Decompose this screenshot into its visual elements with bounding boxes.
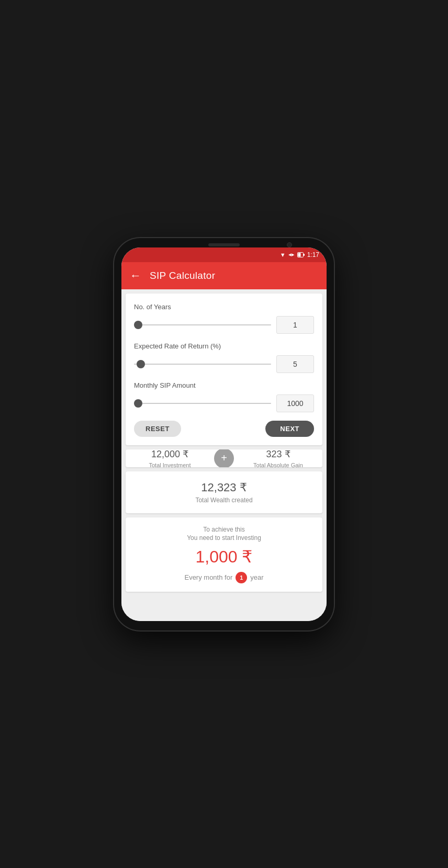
sip-slider-track [134, 403, 271, 404]
calculator-card: No. of Years 1 Expected Rate of Return (… [126, 294, 322, 445]
screen-content: No. of Years 1 Expected Rate of Return (… [121, 289, 327, 621]
time-display: 1:17 [307, 251, 319, 258]
invest-hint1: To achieve this [203, 526, 244, 533]
year-badge: 1 [236, 572, 247, 583]
plus-icon: + [214, 449, 234, 467]
total-gain-value: 323 ₹ [266, 449, 290, 460]
reset-button[interactable]: RESET [134, 421, 181, 437]
battery-icon [297, 252, 305, 257]
invest-amount: 1,000 ₹ [196, 547, 253, 567]
sip-slider-wrap [134, 398, 271, 409]
phone-camera [287, 242, 292, 247]
every-month-prefix: Every month for [184, 573, 232, 581]
label-years: No. of Years [134, 303, 314, 311]
next-button[interactable]: NEXT [265, 421, 314, 437]
total-investment-value: 12,000 ₹ [151, 449, 188, 460]
app-bar: ← SIP Calculator [121, 262, 327, 289]
wealth-label: Total Wealth created [195, 497, 252, 504]
svg-rect-2 [304, 254, 305, 256]
wealth-value: 12,323 ₹ [201, 481, 247, 494]
rate-slider-track [134, 364, 271, 365]
total-gain-box: 323 ₹ Total Absolute Gain [234, 449, 322, 467]
signal-icon: ◂▸ [288, 251, 295, 258]
label-sip: Monthly SIP Amount [134, 381, 314, 389]
rate-value-box[interactable]: 5 [276, 355, 314, 373]
rate-slider-row: 5 [134, 355, 314, 373]
years-slider-wrap [134, 320, 271, 330]
svg-rect-1 [298, 253, 300, 256]
sip-slider-thumb[interactable] [134, 399, 142, 408]
status-icons: ▼ ◂▸ 1:17 [280, 251, 319, 258]
total-gain-label: Total Absolute Gain [253, 462, 303, 467]
sip-value-box[interactable]: 1000 [276, 394, 314, 412]
phone-screen: ▼ ◂▸ 1:17 ← SIP Calculator No. [121, 247, 327, 621]
years-slider-thumb[interactable] [134, 321, 142, 329]
wealth-card: 12,323 ₹ Total Wealth created [126, 471, 322, 513]
phone-frame: ▼ ◂▸ 1:17 ← SIP Calculator No. [114, 238, 334, 630]
buttons-row: RESET NEXT [134, 421, 314, 437]
back-button[interactable]: ← [130, 269, 141, 283]
every-month-suffix: year [250, 573, 263, 581]
phone-speaker [208, 243, 240, 246]
invest-hint2: You need to start Investing [187, 534, 261, 542]
total-investment-box: 12,000 ₹ Total Investment [126, 449, 214, 467]
rate-slider-wrap [134, 359, 271, 369]
years-value-box[interactable]: 1 [276, 316, 314, 334]
wifi-icon: ▼ [280, 252, 286, 258]
app-title: SIP Calculator [150, 270, 215, 281]
invest-card: To achieve this You need to start Invest… [126, 517, 322, 592]
years-slider-row: 1 [134, 316, 314, 334]
results-row: 12,000 ₹ Total Investment + 323 ₹ Total … [126, 449, 322, 467]
years-slider-track [134, 324, 271, 325]
every-month-row: Every month for 1 year [184, 572, 263, 583]
rate-slider-thumb[interactable] [137, 360, 145, 368]
sip-slider-row: 1000 [134, 394, 314, 412]
status-bar: ▼ ◂▸ 1:17 [121, 247, 327, 262]
total-investment-label: Total Investment [149, 462, 191, 467]
bottom-spacer [126, 596, 322, 617]
label-rate: Expected Rate of Return (%) [134, 342, 314, 350]
